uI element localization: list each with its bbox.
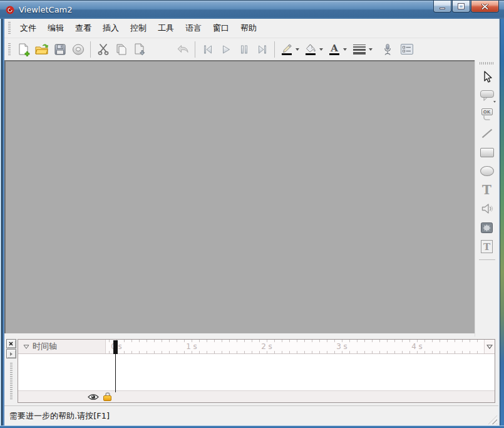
first-frame-button[interactable] [199,41,216,58]
menu-control[interactable]: 控制 [126,21,151,36]
playhead-handle[interactable] [113,340,118,354]
timeline-grip-handle[interactable] [10,363,13,399]
text-tool-letter: T [482,184,491,196]
font-color-combo: A [326,41,349,58]
palette-grip-handle[interactable] [480,62,495,65]
collapse-triangle-icon [23,345,29,349]
paint-bucket-icon [305,44,316,53]
button-tool[interactable]: OK [478,106,496,123]
callout-bubble-icon [480,90,495,102]
rectangle-tool[interactable] [478,144,496,161]
line-width-dropdown-icon[interactable] [369,48,373,51]
text-tool[interactable]: T [478,181,496,199]
stage-canvas[interactable] [4,60,475,333]
timeline-close-button[interactable] [6,339,16,348]
pen-color-dropdown-icon[interactable] [296,48,299,51]
toolbar-grip-handle[interactable] [8,43,11,56]
select-tool[interactable] [478,68,496,86]
window-border-left [0,19,4,428]
timeline-track[interactable] [18,354,495,390]
new-button[interactable] [15,41,32,58]
font-color-dropdown-icon[interactable] [343,48,347,51]
dropdown-triangle-icon [486,345,493,349]
save-floppy-icon [54,43,66,56]
menubar-grip-handle[interactable] [8,22,11,34]
minimize-icon [440,8,445,9]
record-button[interactable] [69,41,86,58]
image-tool[interactable] [478,219,496,236]
font-color-button[interactable]: A [326,41,342,58]
new-document-icon [17,43,31,56]
close-button[interactable] [471,1,499,13]
line-tool[interactable] [478,125,496,142]
menu-help[interactable]: 帮助 [236,21,261,36]
callout-tool[interactable] [478,87,496,105]
lock-toggle[interactable] [103,392,112,401]
open-button[interactable] [33,41,50,58]
menu-window[interactable]: 窗口 [208,21,234,36]
pen-color-button[interactable] [279,41,295,58]
pen-color-swatch [282,53,292,55]
palette-separator [479,259,495,260]
title-bar[interactable]: ViewletCam2 [0,0,504,19]
arrow-right-icon [10,352,13,356]
fill-color-dropdown-icon[interactable] [319,48,323,51]
menu-language[interactable]: 语言 [181,21,206,36]
status-text: 需要进一步的帮助.请按[F1] [9,410,110,422]
menu-edit[interactable]: 编辑 [43,21,68,36]
last-frame-button[interactable] [254,41,270,58]
minimize-button[interactable] [433,1,451,13]
ruler-label-2s: 2 s [261,342,272,351]
pause-button[interactable] [235,41,252,58]
select-cursor-icon [481,70,493,84]
fill-color-combo [302,41,325,58]
window-border-bottom [0,425,504,428]
maximize-button[interactable] [452,1,470,13]
line-width-button[interactable] [351,41,368,58]
line-icon [481,128,493,139]
timeline-ruler[interactable]: 0 s 1 s 2 s 3 s 4 s [106,340,484,353]
toolbar: A [4,38,498,60]
timeline-expand-button[interactable] [6,349,16,358]
font-color-letter: A [331,44,338,53]
menu-tools[interactable]: 工具 [153,21,178,36]
ruler-label-3s: 3 s [336,342,347,351]
status-bar: 需要进一步的帮助.请按[F1] [4,405,498,425]
undo-button[interactable] [174,41,191,58]
undo-arrow-icon [176,44,190,55]
speaker-icon [481,203,493,214]
lock-icon [103,395,111,401]
visibility-toggle[interactable] [88,393,99,401]
resize-grip[interactable] [488,415,497,424]
ok-label: OK [483,110,490,115]
text-frame-tool[interactable]: T [478,237,496,255]
timeline-panel: 时间轴 0 s 1 s 2 s 3 s 4 s [18,339,495,403]
save-button[interactable] [51,41,68,58]
main-area: OK T [4,60,498,337]
copy-button[interactable] [113,41,130,58]
image-icon [481,222,493,233]
properties-button[interactable] [398,41,415,58]
cut-button[interactable] [95,41,111,58]
timeline-left-controls [4,339,18,405]
sound-tool[interactable] [478,200,496,217]
fill-color-swatch [306,53,316,55]
timeline-zone: 时间轴 0 s 1 s 2 s 3 s 4 s [4,337,498,405]
timeline-footer [18,390,495,402]
menu-view[interactable]: 查看 [71,21,96,36]
open-folder-icon [34,43,49,56]
timeline-title-box[interactable]: 时间轴 [18,340,106,353]
copy-icon [115,43,128,56]
menu-insert[interactable]: 插入 [98,21,123,36]
app-logo-icon [5,5,15,15]
ellipse-tool[interactable] [478,162,496,180]
fill-color-button[interactable] [302,41,319,58]
ruler-menu-button[interactable] [484,340,495,353]
window-controls [433,1,499,13]
menu-file[interactable]: 文件 [16,21,41,36]
record-audio-button[interactable] [379,41,396,58]
play-button[interactable] [217,41,234,58]
paste-button[interactable] [131,41,148,58]
callout-dropdown-icon[interactable] [493,101,496,103]
playhead-line [115,354,116,392]
